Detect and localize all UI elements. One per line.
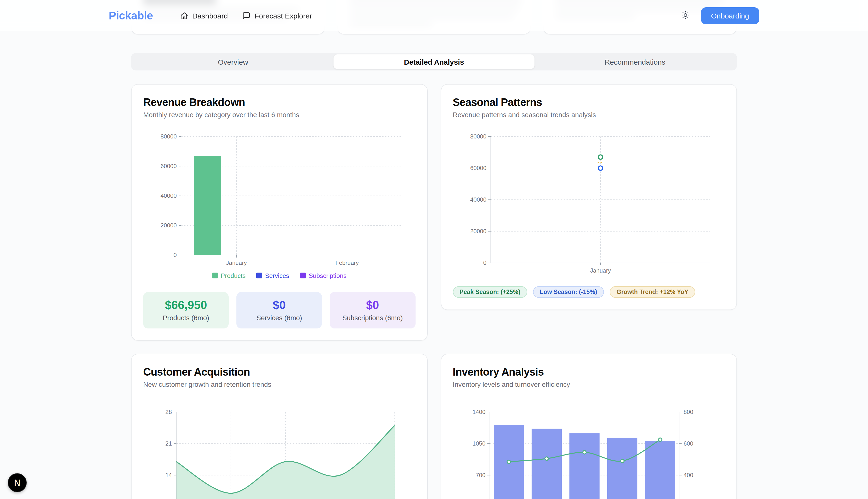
svg-text:1050: 1050 bbox=[473, 440, 485, 447]
stat-label: Subscriptions (6mo) bbox=[334, 313, 412, 322]
legend-swatch bbox=[300, 272, 306, 278]
tab-recommendations[interactable]: Recommendations bbox=[534, 54, 735, 69]
stat-value: $66,950 bbox=[147, 298, 225, 312]
svg-text:0: 0 bbox=[483, 259, 486, 266]
svg-text:700: 700 bbox=[476, 472, 485, 478]
card-title: Seasonal Patterns bbox=[453, 96, 725, 109]
tab-overview[interactable]: Overview bbox=[133, 54, 334, 69]
revenue-stats: $66,950 Products (6mo) $0 Services (6mo)… bbox=[143, 292, 415, 328]
stat-services: $0 Services (6mo) bbox=[236, 292, 322, 328]
main-nav: Dashboard Forecast Explorer bbox=[180, 11, 312, 20]
customer-area-chart: 07142128 bbox=[156, 407, 399, 499]
svg-text:40000: 40000 bbox=[161, 192, 177, 199]
svg-text:80000: 80000 bbox=[470, 133, 486, 140]
svg-text:400: 400 bbox=[683, 472, 693, 478]
badge-low-season: Low Season: (-15%) bbox=[533, 286, 604, 298]
legend-item-services: Services bbox=[256, 272, 289, 279]
chart-legend: Products Services Subscriptions bbox=[143, 271, 415, 280]
app-header: Pickable Dashboard Forecast Explorer bbox=[0, 0, 868, 31]
svg-text:21: 21 bbox=[165, 440, 172, 447]
stat-value: $0 bbox=[334, 298, 412, 312]
app-logo[interactable]: Pickable bbox=[109, 9, 153, 22]
onboarding-button[interactable]: Onboarding bbox=[701, 7, 759, 24]
legend-label: Subscriptions bbox=[309, 272, 347, 279]
svg-text:1400: 1400 bbox=[473, 409, 485, 415]
theme-toggle-button[interactable] bbox=[677, 7, 694, 24]
home-icon bbox=[180, 11, 188, 20]
seasonal-scatter-chart: 020000400006000080000January bbox=[465, 132, 718, 276]
legend-swatch bbox=[212, 272, 218, 278]
nav-dashboard[interactable]: Dashboard bbox=[180, 11, 228, 20]
svg-text:40000: 40000 bbox=[470, 196, 486, 203]
scrolled-top-cards: Overview Detailed Analysis Recommendatio… bbox=[131, 0, 737, 499]
card-title: Customer Acquisition bbox=[143, 366, 415, 378]
legend-swatch bbox=[256, 272, 262, 278]
analysis-tabs: Overview Detailed Analysis Recommendatio… bbox=[131, 53, 737, 71]
analysis-grid: Revenue Breakdown Monthly revenue by cat… bbox=[131, 84, 737, 499]
card-title: Inventory Analysis bbox=[453, 366, 725, 378]
app-viewport: Overview Detailed Analysis Recommendatio… bbox=[0, 0, 868, 499]
svg-text:80000: 80000 bbox=[161, 133, 177, 140]
message-icon bbox=[242, 11, 251, 20]
stat-products: $66,950 Products (6mo) bbox=[143, 292, 229, 328]
svg-text:20000: 20000 bbox=[161, 222, 177, 229]
svg-text:0: 0 bbox=[174, 252, 177, 258]
nav-forecast-explorer[interactable]: Forecast Explorer bbox=[242, 11, 312, 20]
tab-detailed-analysis[interactable]: Detailed Analysis bbox=[334, 54, 534, 69]
svg-text:28: 28 bbox=[165, 409, 172, 415]
svg-text:60000: 60000 bbox=[470, 165, 486, 171]
stat-label: Services (6mo) bbox=[240, 313, 318, 322]
badge-growth-trend: Growth Trend: +12% YoY bbox=[610, 286, 695, 298]
seasonal-patterns-card: Seasonal Patterns Revenue patterns and s… bbox=[441, 84, 737, 310]
badge-peak-season: Peak Season: (+25%) bbox=[453, 286, 527, 298]
revenue-bar-chart: 020000400006000080000JanuaryFebruary bbox=[156, 132, 408, 270]
card-subtitle: Inventory levels and turnover efficiency bbox=[453, 380, 725, 389]
svg-text:January: January bbox=[226, 259, 247, 266]
svg-text:600: 600 bbox=[683, 440, 693, 447]
nextjs-dev-indicator-button[interactable]: N bbox=[8, 473, 27, 492]
inventory-bar-line-chart: 0350700105014000200400600800 bbox=[465, 407, 708, 499]
svg-text:60000: 60000 bbox=[161, 163, 177, 169]
inventory-analysis-card: Inventory Analysis Inventory levels and … bbox=[441, 354, 737, 499]
svg-text:800: 800 bbox=[683, 409, 693, 415]
revenue-breakdown-card: Revenue Breakdown Monthly revenue by cat… bbox=[131, 84, 427, 341]
svg-text:14: 14 bbox=[165, 472, 172, 478]
legend-label: Services bbox=[265, 272, 289, 279]
svg-text:February: February bbox=[336, 259, 359, 266]
legend-label: Products bbox=[221, 272, 246, 279]
card-title: Revenue Breakdown bbox=[143, 96, 415, 109]
svg-text:20000: 20000 bbox=[470, 228, 486, 234]
nav-label: Dashboard bbox=[192, 11, 228, 20]
legend-item-products: Products bbox=[212, 272, 246, 279]
card-subtitle: Monthly revenue by category over the las… bbox=[143, 111, 415, 119]
nav-label: Forecast Explorer bbox=[255, 11, 312, 20]
card-subtitle: Revenue patterns and seasonal trends ana… bbox=[453, 111, 725, 119]
stat-value: $0 bbox=[240, 298, 318, 312]
card-subtitle: New customer growth and retention trends bbox=[143, 380, 415, 389]
stat-label: Products (6mo) bbox=[147, 313, 225, 322]
sun-icon bbox=[681, 10, 690, 21]
customer-acquisition-card: Customer Acquisition New customer growth… bbox=[131, 354, 427, 499]
svg-text:January: January bbox=[590, 267, 611, 274]
seasonal-badges: Peak Season: (+25%) Low Season: (-15%) G… bbox=[453, 286, 725, 298]
legend-item-subscriptions: Subscriptions bbox=[300, 272, 347, 279]
stat-subscriptions: $0 Subscriptions (6mo) bbox=[330, 292, 415, 328]
